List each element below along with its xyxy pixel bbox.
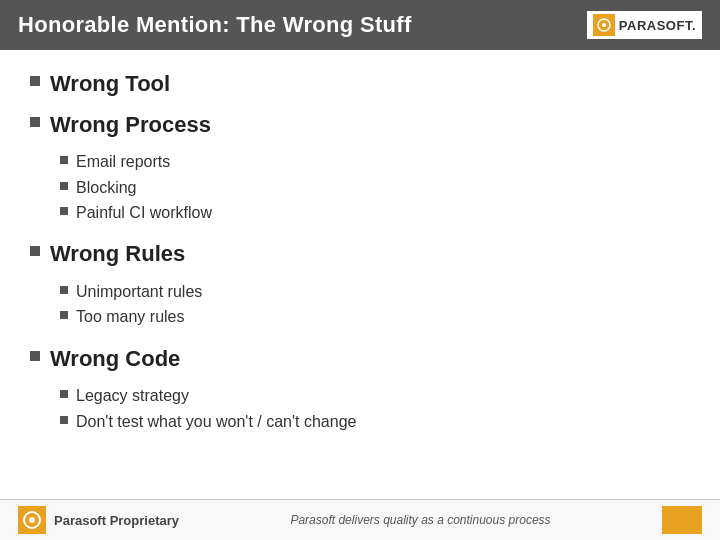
footer-logo-icon — [18, 506, 46, 534]
slide-header: Honorable Mention: The Wrong Stuff PARAS… — [0, 0, 720, 50]
bullet-square-icon — [30, 246, 40, 256]
bullet-square-icon — [30, 76, 40, 86]
wrong-rules-item: Wrong Rules — [30, 240, 690, 269]
sub-item: Email reports — [60, 151, 690, 173]
wrong-process-item: Wrong Process — [30, 111, 690, 140]
footer-left: Parasoft Proprietary — [18, 506, 179, 534]
wrong-code-item: Wrong Code — [30, 345, 690, 374]
footer-company-text: Parasoft Proprietary — [54, 513, 179, 528]
sub-bullet-icon — [60, 182, 68, 190]
slide-content: Wrong Tool Wrong Process Email reports B… — [0, 50, 720, 499]
wrong-code-sub-1: Legacy strategy — [76, 385, 189, 407]
sub-bullet-icon — [60, 156, 68, 164]
svg-point-3 — [29, 517, 35, 523]
wrong-code-subitems: Legacy strategy Don't test what you won'… — [60, 385, 690, 433]
wrong-rules-label: Wrong Rules — [50, 240, 185, 269]
sub-bullet-icon — [60, 311, 68, 319]
bullet-square-icon — [30, 351, 40, 361]
wrong-code-label: Wrong Code — [50, 345, 180, 374]
sub-bullet-icon — [60, 207, 68, 215]
slide: Honorable Mention: The Wrong Stuff PARAS… — [0, 0, 720, 540]
wrong-process-sub-1: Email reports — [76, 151, 170, 173]
sub-bullet-icon — [60, 286, 68, 294]
wrong-process-sub-2: Blocking — [76, 177, 136, 199]
wrong-process-label: Wrong Process — [50, 111, 211, 140]
sub-item: Legacy strategy — [60, 385, 690, 407]
parasoft-logo-badge: PARASOFT. — [587, 11, 702, 39]
wrong-tool-label: Wrong Tool — [50, 70, 170, 99]
sub-item: Too many rules — [60, 306, 690, 328]
sub-item: Painful CI workflow — [60, 202, 690, 224]
header-logo: PARASOFT. — [587, 11, 702, 39]
sub-item: Blocking — [60, 177, 690, 199]
parasoft-icon — [593, 14, 615, 36]
wrong-rules-sub-2: Too many rules — [76, 306, 185, 328]
sub-bullet-icon — [60, 390, 68, 398]
slide-footer: Parasoft Proprietary Parasoft delivers q… — [0, 499, 720, 540]
svg-point-1 — [602, 23, 606, 27]
footer-tagline-text: Parasoft delivers quality as a continuou… — [179, 513, 662, 527]
footer-accent — [662, 506, 702, 534]
sub-item: Unimportant rules — [60, 281, 690, 303]
wrong-rules-subitems: Unimportant rules Too many rules — [60, 281, 690, 329]
sub-item: Don't test what you won't / can't change — [60, 411, 690, 433]
sub-bullet-icon — [60, 416, 68, 424]
slide-title: Honorable Mention: The Wrong Stuff — [18, 12, 412, 38]
wrong-code-sub-2: Don't test what you won't / can't change — [76, 411, 356, 433]
wrong-tool-item: Wrong Tool — [30, 70, 690, 99]
parasoft-logo-text: PARASOFT. — [619, 18, 696, 33]
wrong-process-sub-3: Painful CI workflow — [76, 202, 212, 224]
wrong-rules-sub-1: Unimportant rules — [76, 281, 202, 303]
wrong-process-subitems: Email reports Blocking Painful CI workfl… — [60, 151, 690, 224]
bullet-square-icon — [30, 117, 40, 127]
